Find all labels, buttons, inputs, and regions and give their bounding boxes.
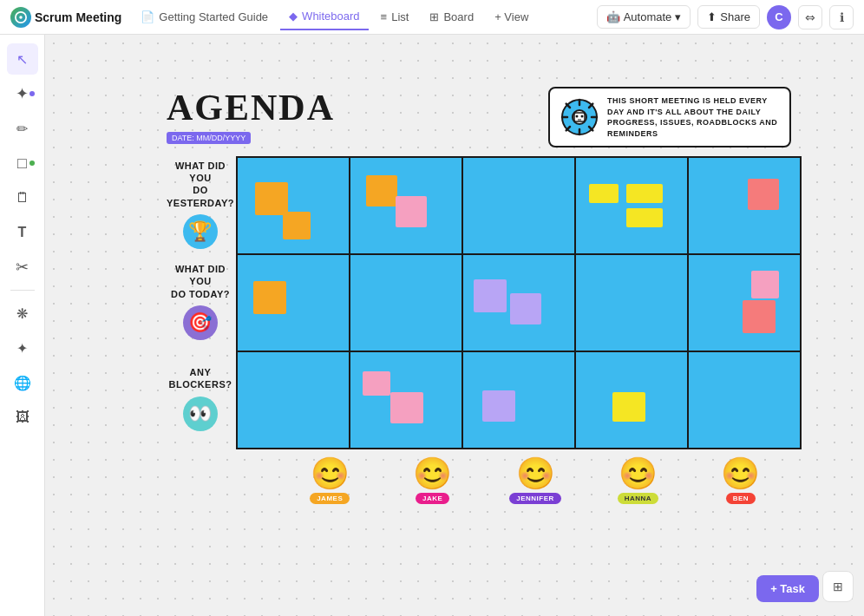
grid-cell-r1c1 <box>238 158 349 253</box>
sticky-note[interactable] <box>283 212 311 239</box>
whiteboard-content: AGENDA DATE: MM/DD/YYYY <box>167 87 791 504</box>
cursor-icon: ↖ <box>16 51 28 68</box>
label-jennifer: JENNIFER <box>509 493 561 504</box>
green-dot <box>29 161 35 166</box>
sidebar-item-note[interactable]: 🗒 <box>7 182 38 213</box>
sticky-note[interactable] <box>589 184 619 203</box>
sidebar-item-line[interactable]: ✂ <box>7 252 38 283</box>
sidebar-item-image[interactable]: 🖼 <box>7 402 38 433</box>
pen-icon: ✏ <box>16 121 28 137</box>
row-label-today: WHAT DID YOUDO TODAY? 🎯 <box>167 253 234 349</box>
sidebar-item-cursor[interactable]: ↖ <box>7 43 38 75</box>
avatar: C <box>767 5 791 29</box>
sticky-note[interactable] <box>255 182 288 215</box>
team-member-james: 😊 JAMES <box>279 458 380 504</box>
chevron-down-icon: ▾ <box>675 10 681 23</box>
sidebar-item-globe[interactable]: 🌐 <box>7 367 38 398</box>
sticky-note[interactable] <box>363 371 390 396</box>
sticky-note[interactable] <box>748 179 779 210</box>
label-james: JAMES <box>310 493 350 504</box>
sidebar-item-magic[interactable]: ✦ <box>7 78 38 109</box>
grid-cell-r1c4 <box>576 158 687 253</box>
team-member-jennifer: 😊 JENNIFER <box>485 458 586 504</box>
sidebar: ↖ ✦ ✏ □ 🗒 T ✂ ❋ ✦ 🌐 🖼 <box>0 35 45 616</box>
sticky-note[interactable] <box>743 300 776 333</box>
sticky-note[interactable] <box>626 184 663 203</box>
tab-add-view[interactable]: + View <box>486 4 537 30</box>
sticky-note[interactable] <box>751 271 779 298</box>
sticky-note[interactable] <box>474 279 507 312</box>
sticky-note[interactable] <box>612 392 645 422</box>
board-icon: ⊞ <box>429 10 439 23</box>
sticky-note[interactable] <box>626 208 663 227</box>
grid-view-button[interactable]: ⊞ <box>822 571 854 602</box>
image-icon: 🖼 <box>16 410 29 425</box>
share-button[interactable]: ⬆ Share <box>697 5 760 29</box>
grid-cell-r1c3 <box>463 158 574 253</box>
tab-getting-started[interactable]: 📄 Getting Started Guide <box>132 4 277 30</box>
share-icon: ⬆ <box>707 10 717 23</box>
grid-cell-r1c5 <box>689 158 800 253</box>
row-label-blockers-text: ANY BLOCKERS? <box>167 366 234 391</box>
agenda-header: AGENDA DATE: MM/DD/YYYY <box>167 87 791 147</box>
grid-icon: ⊞ <box>833 580 843 593</box>
eyes-icon: 👀 <box>183 396 218 431</box>
sticky-note[interactable] <box>510 293 541 324</box>
info-icon-btn[interactable]: ℹ <box>829 5 854 29</box>
expand-icon-btn[interactable]: ⇔ <box>798 5 822 29</box>
label-jake: JAKE <box>416 493 449 504</box>
grid-cell-r3c5 <box>689 352 800 448</box>
agenda-title: AGENDA <box>167 87 335 128</box>
grid-cell-r3c1 <box>238 352 349 448</box>
grid-cell-r3c3 <box>463 352 574 448</box>
agenda-date: DATE: MM/DD/YYYY <box>167 132 251 144</box>
sticky-note[interactable] <box>366 175 397 206</box>
sticky-note[interactable] <box>253 281 286 314</box>
tab-list[interactable]: ≡ List <box>372 4 418 30</box>
target-icon: 🎯 <box>183 305 218 340</box>
gear-icon <box>560 98 599 136</box>
emoji-ben: 😊 <box>721 458 760 489</box>
grid-cell-r1c2 <box>350 158 461 253</box>
tab-board[interactable]: ⊞ Board <box>421 4 482 30</box>
text-icon: T <box>18 225 27 240</box>
nodes-icon: ❋ <box>16 305 28 322</box>
sidebar-item-apps[interactable]: ✦ <box>7 332 38 364</box>
emoji-james: 😊 <box>311 458 350 489</box>
shape-icon: □ <box>17 154 27 173</box>
scrum-grid <box>236 156 802 449</box>
team-member-ben: 😊 BEN <box>691 458 791 504</box>
apps-icon: ✦ <box>16 340 28 357</box>
main-canvas: AGENDA DATE: MM/DD/YYYY <box>45 35 864 616</box>
grid-cell-r2c5 <box>689 255 800 351</box>
purple-dot <box>29 91 35 96</box>
sidebar-divider <box>10 290 35 291</box>
agenda-title-block: AGENDA DATE: MM/DD/YYYY <box>167 87 335 144</box>
grid-cell-r2c4 <box>576 255 687 351</box>
list-icon: ≡ <box>381 10 388 23</box>
sidebar-item-shape[interactable]: □ <box>7 147 38 179</box>
sticky-note[interactable] <box>390 392 423 423</box>
automate-button[interactable]: 🤖 Automate ▾ <box>597 5 691 29</box>
app-title: Scrum Meeting <box>35 10 121 24</box>
magic-icon: ✦ <box>16 84 29 103</box>
row-label-yesterday-text: WHAT DID YOUDO YESTERDAY? <box>167 160 234 209</box>
sidebar-item-text[interactable]: T <box>7 217 38 248</box>
agenda-info-box: THIS SHORT MEETING IS HELD EVERY DAY AND… <box>548 87 791 147</box>
team-member-jake: 😊 JAKE <box>382 458 482 504</box>
svg-point-13 <box>576 115 579 118</box>
sticky-note[interactable] <box>482 390 515 422</box>
sidebar-item-nodes[interactable]: ❋ <box>7 298 38 329</box>
label-hanna: HANNA <box>618 493 658 504</box>
grid-cell-r2c2 <box>350 255 461 351</box>
task-button[interactable]: + Task <box>756 575 819 602</box>
app-icon <box>10 7 31 28</box>
tab-whiteboard[interactable]: ◆ Whiteboard <box>280 4 368 30</box>
doc-icon: 📄 <box>141 10 154 23</box>
header: Scrum Meeting 📄 Getting Started Guide ◆ … <box>0 0 864 35</box>
sidebar-item-pen[interactable]: ✏ <box>7 113 38 144</box>
whiteboard-icon: ◆ <box>289 10 298 23</box>
trophy-icon: 🏆 <box>183 214 218 249</box>
sticky-note[interactable] <box>396 196 427 227</box>
automate-icon: 🤖 <box>606 10 620 23</box>
